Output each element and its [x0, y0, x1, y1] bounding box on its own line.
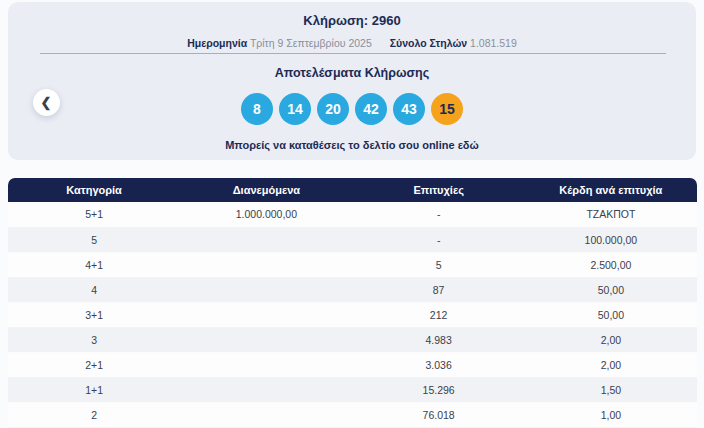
- table-row: 1+115.2961,50: [8, 377, 697, 402]
- winning-numbers-row: 81420424315: [8, 93, 696, 125]
- winning-number-ball: 20: [317, 93, 349, 125]
- winning-number-ball: 43: [393, 93, 425, 125]
- cell-category: 1+1: [8, 377, 180, 402]
- cell-winners: -: [353, 202, 525, 227]
- cell-category: 2: [8, 402, 180, 427]
- deposit-online-text: Μπορείς να καταθέσεις το δελτίο σου onli…: [225, 139, 454, 151]
- cell-category: 3: [8, 327, 180, 352]
- cell-distributed: [180, 227, 352, 252]
- cell-winners: 5: [353, 252, 525, 277]
- table-row: 3+121250,00: [8, 302, 697, 327]
- cell-distributed: 1.000.000,00: [180, 202, 352, 227]
- table-row: 5-100.000,00: [8, 227, 697, 252]
- prize-table-body: 5+11.000.000,00-ΤΖΑΚΠΟΤ5-100.000,004+152…: [8, 202, 697, 427]
- cell-prize: 2,00: [525, 327, 697, 352]
- cell-prize: ΤΖΑΚΠΟΤ: [525, 202, 697, 227]
- cell-winners: 87: [353, 277, 525, 302]
- cell-prize: 2,00: [525, 352, 697, 377]
- cell-category: 4+1: [8, 252, 180, 277]
- cell-winners: 76.018: [353, 402, 525, 427]
- draw-results-card: Κλήρωση: 2960 Ημερομηνία Τρίτη 9 Σεπτεμβ…: [8, 2, 696, 160]
- draw-results-title: Αποτελέσματα Κλήρωσης: [8, 66, 696, 80]
- total-columns-value: 1.081.519: [470, 37, 517, 49]
- deposit-online-line: Μπορείς να καταθέσεις το δελτίο σου onli…: [8, 139, 696, 151]
- joker-number-ball: 15: [431, 93, 463, 125]
- cell-distributed: [180, 352, 352, 377]
- table-row: 34.9832,00: [8, 327, 697, 352]
- draw-date-label: Ημερομηνία: [187, 37, 247, 49]
- cell-prize: 1,00: [525, 402, 697, 427]
- cell-prize: 100.000,00: [525, 227, 697, 252]
- cell-distributed: [180, 402, 352, 427]
- deposit-online-link[interactable]: εδώ: [458, 139, 479, 151]
- cell-winners: 212: [353, 302, 525, 327]
- winning-number-ball: 8: [241, 93, 273, 125]
- winning-number-ball: 14: [279, 93, 311, 125]
- cell-distributed: [180, 327, 352, 352]
- table-row: 4+152.500,00: [8, 252, 697, 277]
- table-row: 5+11.000.000,00-ΤΖΑΚΠΟΤ: [8, 202, 697, 227]
- cell-distributed: [180, 277, 352, 302]
- draw-number-title: Κλήρωση: 2960: [8, 2, 696, 28]
- cell-category: 5+1: [8, 202, 180, 227]
- cell-distributed: [180, 302, 352, 327]
- cell-category: 5: [8, 227, 180, 252]
- header-prize-per-win: Κέρδη ανά επιτυχία: [525, 178, 697, 202]
- cell-distributed: [180, 252, 352, 277]
- draw-meta-line: Ημερομηνία Τρίτη 9 Σεπτεμβρίου 2025Σύνολ…: [8, 37, 696, 49]
- cell-prize: 1,50: [525, 377, 697, 402]
- chevron-left-icon: ❮: [41, 96, 52, 109]
- cell-prize: 50,00: [525, 277, 697, 302]
- cell-prize: 50,00: [525, 302, 697, 327]
- draw-date-value: Τρίτη 9 Σεπτεμβρίου 2025: [250, 37, 372, 49]
- total-columns-label: Σύνολο Στηλών: [390, 37, 467, 49]
- cell-category: 3+1: [8, 302, 180, 327]
- cell-prize: 2.500,00: [525, 252, 697, 277]
- prize-table: Κατηγορία Διανεμόμενα Επιτυχίες Κέρδη αν…: [8, 178, 697, 428]
- table-row: 276.0181,00: [8, 402, 697, 427]
- cell-distributed: [180, 377, 352, 402]
- prize-table-header: Κατηγορία Διανεμόμενα Επιτυχίες Κέρδη αν…: [8, 178, 697, 202]
- draw-date: Ημερομηνία Τρίτη 9 Σεπτεμβρίου 2025: [187, 37, 372, 49]
- cell-winners: 3.036: [353, 352, 525, 377]
- winning-number-ball: 42: [355, 93, 387, 125]
- cell-winners: -: [353, 227, 525, 252]
- card-divider: [40, 53, 666, 54]
- cell-category: 4: [8, 277, 180, 302]
- prize-table-card: Κατηγορία Διανεμόμενα Επιτυχίες Κέρδη αν…: [8, 178, 697, 428]
- header-category: Κατηγορία: [8, 178, 180, 202]
- table-row: 48750,00: [8, 277, 697, 302]
- header-winners: Επιτυχίες: [353, 178, 525, 202]
- cell-winners: 4.983: [353, 327, 525, 352]
- cell-category: 2+1: [8, 352, 180, 377]
- previous-draw-button[interactable]: ❮: [33, 89, 60, 116]
- total-columns: Σύνολο Στηλών 1.081.519: [390, 37, 517, 49]
- table-row: 2+13.0362,00: [8, 352, 697, 377]
- cell-winners: 15.296: [353, 377, 525, 402]
- header-distributed: Διανεμόμενα: [180, 178, 352, 202]
